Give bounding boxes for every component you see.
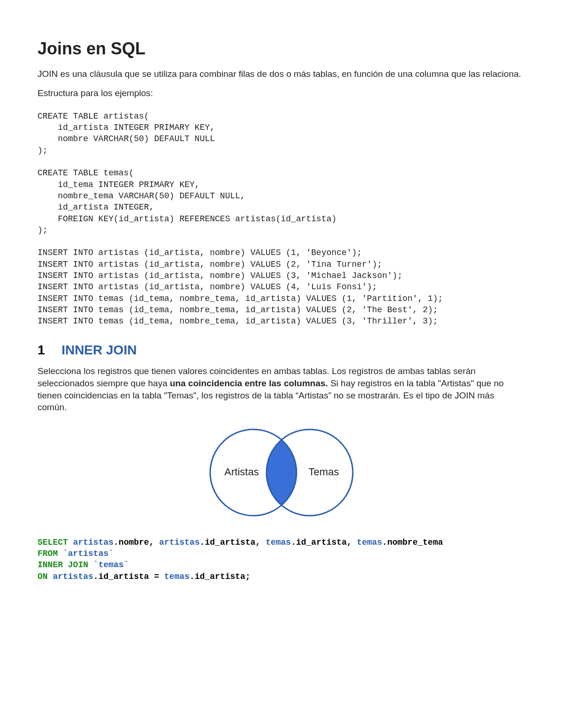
section-heading-inner-join: 1 INNER JOIN (38, 341, 525, 359)
kw-inner-join: INNER JOIN (38, 560, 93, 570)
bt-temas: `temas` (93, 560, 129, 570)
bt-artistas: `artistas` (63, 549, 114, 558)
tbl-temas-1: temas (266, 538, 291, 547)
on-artistas: artistas (53, 572, 93, 581)
schema-code-block: CREATE TABLE artistas( id_artista INTEGE… (38, 111, 525, 327)
page-title: Joins en SQL (38, 38, 525, 60)
col-nombre-tema: .nombre_tema (382, 538, 443, 547)
kw-select: SELECT (38, 538, 73, 547)
desc-bold: una coincidencia entre las columnas. (170, 378, 328, 388)
comma-2: , (256, 538, 266, 547)
section-description: Selecciona los registros que tienen valo… (38, 365, 525, 413)
on-col-1: .id_artista (93, 572, 149, 581)
col-id-artista-1: .id_artista (200, 538, 256, 547)
venn-left-label: Artistas (224, 466, 259, 478)
on-col-2: .id_artista; (190, 572, 251, 581)
section-number: 1 (38, 341, 45, 359)
col-nombre: .nombre (114, 538, 149, 547)
kw-from: FROM (38, 549, 63, 558)
comma-3: , (347, 538, 357, 547)
tbl-artistas-2: artistas (159, 538, 199, 547)
kw-on: ON (38, 572, 53, 581)
venn-right-label: Temas (309, 466, 339, 478)
venn-diagram: Artistas Temas (38, 426, 525, 523)
on-temas: temas (164, 572, 190, 581)
eq: = (149, 572, 164, 581)
section-title: INNER JOIN (61, 341, 137, 359)
inner-join-query: SELECT artistas.nombre, artistas.id_arti… (38, 537, 525, 582)
intro-paragraph-2: Estructura para los ejemplos: (38, 87, 525, 99)
tbl-temas-2: temas (357, 538, 382, 547)
tbl-artistas-1: artistas (73, 538, 114, 547)
col-id-artista-2: .id_artista (291, 538, 347, 547)
intro-paragraph-1: JOIN es una cláusula que se utiliza para… (38, 68, 525, 80)
comma-1: , (149, 538, 160, 547)
